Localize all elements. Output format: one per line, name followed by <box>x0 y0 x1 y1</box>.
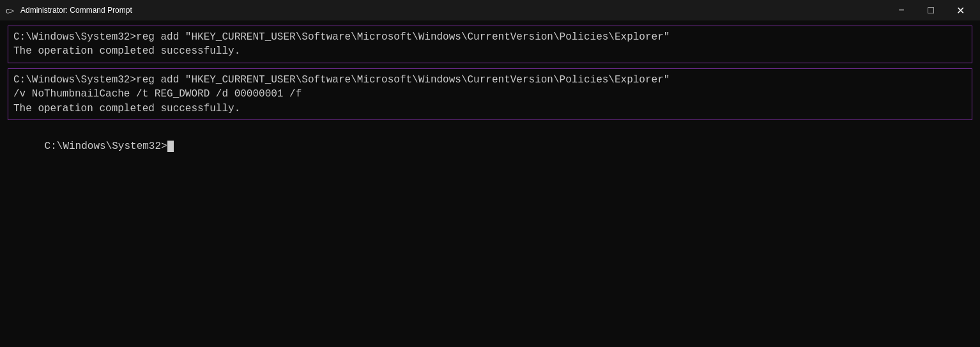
command-block-1-line2: The operation completed successfully. <box>13 44 967 58</box>
window-title: Administrator: Command Prompt <box>20 6 132 15</box>
command-block-1: C:\Windows\System32>reg add "HKEY_CURREN… <box>8 26 972 63</box>
maximize-button[interactable]: □ <box>916 0 946 20</box>
cursor <box>167 141 174 152</box>
title-bar: C> Administrator: Command Prompt − □ ✕ <box>0 0 980 20</box>
minimize-button[interactable]: − <box>887 0 916 20</box>
command-prompt-window: C> Administrator: Command Prompt − □ ✕ C… <box>0 0 980 347</box>
close-button[interactable]: ✕ <box>946 0 975 20</box>
command-block-2: C:\Windows\System32>reg add "HKEY_CURREN… <box>8 68 972 120</box>
cmd-icon: C> <box>5 5 15 15</box>
title-bar-left: C> Administrator: Command Prompt <box>5 5 132 15</box>
command-block-1-line1: C:\Windows\System32>reg add "HKEY_CURREN… <box>13 30 967 44</box>
command-block-2-line3: The operation completed successfully. <box>13 102 967 116</box>
prompt-text: C:\Windows\System32> <box>45 141 167 152</box>
active-prompt[interactable]: C:\Windows\System32> <box>8 125 972 168</box>
command-block-2-line2: /v NoThumbnailCache /t REG_DWORD /d 0000… <box>13 87 967 101</box>
command-block-2-line1: C:\Windows\System32>reg add "HKEY_CURREN… <box>13 73 967 87</box>
svg-text:C>: C> <box>6 8 14 15</box>
title-bar-controls: − □ ✕ <box>887 0 975 20</box>
console-area[interactable]: C:\Windows\System32>reg add "HKEY_CURREN… <box>0 20 980 347</box>
